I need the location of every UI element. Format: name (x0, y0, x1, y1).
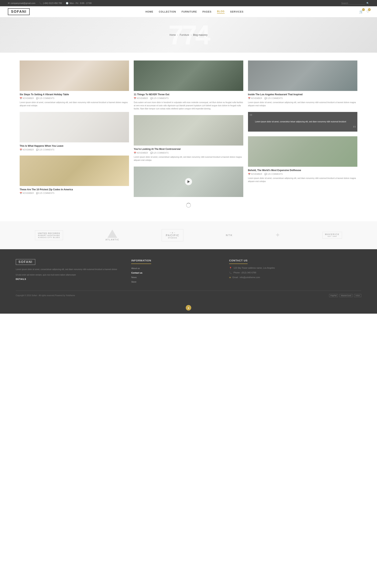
search-input[interactable] (341, 2, 365, 4)
blog-post-3: Inside The Los Angeles Restaurant That I… (248, 60, 357, 107)
topbar-phone: 📞 (+84) 0123 456 789 (39, 2, 62, 4)
post-2-comments-icon: 💬 125 COMMENTS (150, 97, 169, 99)
cart-icon[interactable]: 🛒 17 (359, 10, 363, 13)
brand-pacific: ~ & ~ PACIFIC STUDIOS (162, 229, 183, 241)
breadcrumb-sep-2: › (191, 34, 191, 36)
quote-open-icon: " (249, 113, 252, 121)
nav-services[interactable]: SERVICES (230, 11, 244, 13)
footer-details-link[interactable]: DETAILS (16, 278, 26, 280)
footer-contact-title: CONTACT US (229, 259, 247, 264)
nav-blog[interactable]: BLOG (217, 10, 225, 13)
topbar-left: ✉ companymail@gmail.com 📞 (+84) 0123 456… (8, 2, 335, 4)
footer-email: ✉ Email : info@yolotheme.com (229, 276, 361, 279)
footer-link-news[interactable]: News (131, 276, 219, 279)
post-1-excerpt: Lorem ipsum dolor sit amet, consectetuer… (20, 101, 129, 107)
footer-logo[interactable]: SOFANI (16, 259, 35, 265)
post-8-title: These Are The 10 Priciest Zip Codes In A… (20, 188, 129, 191)
brand-ntk: NTK (226, 234, 233, 237)
quote-text: Lorem ipsum dolor sit amet, consectetur … (252, 120, 349, 123)
blog-col-2: 11 Things To NEVER Throw Out 📅 NOVEMBER … (134, 60, 243, 197)
post-4-meta: 📅 NOVEMBER 💬 125 COMMENTS (20, 149, 129, 151)
footer-link-about[interactable]: About us (131, 267, 219, 270)
post-4-image[interactable] (20, 112, 129, 142)
footer-link-store[interactable]: Store (131, 280, 219, 283)
post-5-comments-icon: 💬 125 COMMENTS (150, 152, 169, 154)
breadcrumb-sep-1: › (177, 34, 178, 36)
mastercard-icon: MasterCard (340, 294, 353, 297)
post-8-image[interactable] (20, 155, 129, 186)
brands-section: UNITED RECORDS ROBERT NIGHTHAWK KANSAS C… (0, 221, 377, 249)
blog-col-1: Six Steps To Setting A Vibrant Holiday T… (20, 60, 129, 197)
post-3-meta: 📅 NOVEMBER 💬 125 COMMENTS (248, 97, 357, 99)
nav-pages[interactable]: PAGES (202, 11, 212, 13)
phone-icon: 📞 (39, 2, 42, 4)
post-5-excerpt: Lorem ipsum dolor sit amet, consectetuer… (134, 155, 243, 162)
nav-collection[interactable]: COLLECTION (159, 11, 176, 13)
post-1-image[interactable] (20, 60, 129, 91)
hero-banner: 774 Home › Furniture › Blog masonry (0, 17, 377, 53)
brand-united-records: UNITED RECORDS ROBERT NIGHTHAWK KANSAS C… (35, 230, 63, 240)
post-1-title: Six Steps To Setting A Vibrant Holiday T… (20, 93, 129, 96)
post-7-meta: 📅 NOVEMBER 💬 125 COMMENTS (248, 173, 357, 175)
load-spinner (186, 203, 191, 208)
breadcrumb-current: Blog masonry (193, 34, 207, 36)
load-more[interactable] (20, 203, 357, 208)
post-7-comments-icon: 💬 125 COMMENTS (264, 173, 283, 175)
blog-col-3: Inside The Los Angeles Restaurant That I… (248, 60, 357, 197)
footer-copyright: Copyright © 2016 Sofani · All rights res… (16, 294, 75, 296)
post-7-excerpt: Lorem ipsum dolor sit amet, consectetuer… (248, 177, 357, 183)
post-5-meta: 📅 NOVEMBER 💬 125 COMMENTS (134, 152, 243, 154)
footer-phone: 📞 Phone : (012) 345 6789 (229, 271, 361, 274)
post-5-image[interactable] (134, 115, 243, 145)
clock-icon: 🕐 (66, 2, 69, 4)
footer-details-text: Ut wisi enim ad minim veniam, quis nos t… (16, 274, 121, 276)
footer-address: 📍 123 Sky Tower address name, Los Angele… (229, 267, 361, 270)
nav-home[interactable]: HOME (145, 11, 153, 13)
blog-post-8: These Are The 10 Priciest Zip Codes In A… (20, 155, 129, 194)
topbar-email: ✉ companymail@gmail.com (8, 2, 35, 4)
blog-post-1: Six Steps To Setting A Vibrant Holiday T… (20, 60, 129, 107)
play-button[interactable] (185, 178, 192, 185)
post-4-comments-icon: 💬 125 COMMENTS (36, 149, 54, 151)
breadcrumb-furniture[interactable]: Furniture (180, 34, 189, 36)
footer: SOFANI Lorem ipsum dolor sit amet, conse… (0, 249, 377, 303)
post-3-title: Inside The Los Angeles Restaurant That I… (248, 93, 357, 96)
search-icon[interactable]: 🔍 (366, 2, 369, 4)
topbar-search-area[interactable]: 🔍 (341, 2, 369, 4)
quote-close-icon: " (353, 125, 356, 133)
main-nav: HOME COLLECTION FURNITURE PAGES BLOG SER… (145, 10, 244, 13)
footer-info-title: INFORMATION (131, 259, 151, 264)
blog-post-6-quote: " Lorem ipsum dolor sit amet, consectetu… (248, 112, 357, 132)
post-3-excerpt: Lorem ipsum dolor sit amet, consectetuer… (248, 101, 357, 107)
breadcrumb-home[interactable]: Home (169, 34, 176, 36)
brand-star: ✦ (275, 232, 280, 238)
footer-desc: Lorem ipsum dolor sit amet, consectetuer… (16, 268, 121, 271)
blog-post-4: This Is What Happens When You Leave 📅 NO… (20, 112, 129, 151)
nav-furniture[interactable]: FURNITURE (182, 11, 197, 13)
cart-badge: 17 (362, 8, 365, 11)
footer-link-contact[interactable]: Contact us (131, 271, 219, 274)
breadcrumb: Home › Furniture › Blog masonry (169, 34, 207, 36)
topbar: ✉ companymail@gmail.com 📞 (+84) 0123 456… (0, 0, 377, 6)
visa-icon: VISA (354, 294, 361, 297)
post-7-calendar-icon: 📅 NOVEMBER (248, 173, 262, 175)
wishlist-icon[interactable]: ♡ 25 (366, 10, 369, 13)
post-9-image[interactable] (134, 166, 243, 197)
paypal-icon: PayPal (329, 294, 338, 297)
brand-maverick: MAVERICK EST. 1985 (322, 232, 342, 239)
blog-post-7: Behold, The World's Most Expensive Dollh… (248, 136, 357, 183)
scroll-top-button[interactable]: ▲ (186, 305, 191, 310)
site-logo[interactable]: SOFANI (8, 8, 30, 15)
payment-icons: PayPal MasterCard VISA (329, 294, 361, 297)
blog-grid: Six Steps To Setting A Vibrant Holiday T… (20, 60, 357, 197)
phone-footer-icon: 📞 (229, 272, 232, 274)
post-2-excerpt: Duis autem vel eum iriure dolor in hendr… (134, 101, 243, 110)
post-4-calendar-icon: 📅 NOVEMBER (20, 149, 34, 151)
post-3-image[interactable] (248, 60, 357, 91)
wishlist-badge: 25 (368, 8, 371, 11)
post-7-image[interactable] (248, 136, 357, 167)
header-icons: 🛒 17 ♡ 25 (359, 10, 369, 13)
post-8-meta: 📅 NOVEMBER 💬 125 COMMENTS (20, 192, 129, 194)
post-2-image[interactable] (134, 60, 243, 91)
post-1-calendar-icon: 📅 NOVEMBER (20, 97, 34, 99)
